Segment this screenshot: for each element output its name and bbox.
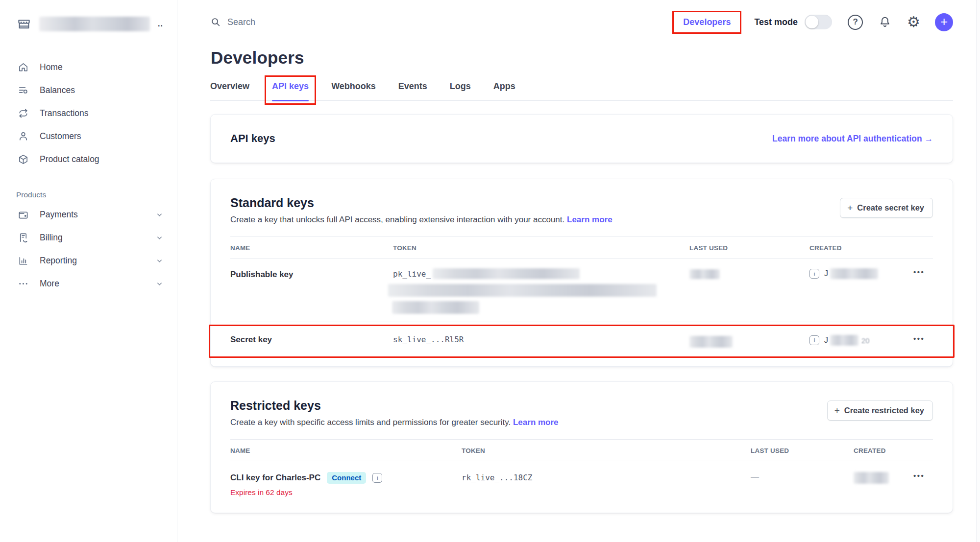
table-row-cli-key: CLI key for Charles-PC Connect i Expires… — [230, 461, 933, 502]
wallet-icon — [18, 209, 29, 220]
redacted-created-date — [830, 268, 878, 279]
redacted-created-date — [830, 335, 858, 346]
key-name: Publishable key — [230, 268, 393, 280]
col-last-used: LAST USED — [751, 447, 854, 454]
key-token: rk_live_...18CZ — [462, 472, 751, 482]
settings-button[interactable]: ⚙ — [907, 15, 920, 29]
create-secret-key-button[interactable]: + Create secret key — [840, 198, 933, 218]
sidebar-item-home[interactable]: Home — [0, 56, 177, 79]
help-icon: ? — [848, 15, 863, 30]
create-restricted-key-button[interactable]: + Create restricted key — [827, 401, 933, 421]
sidebar-item-payments[interactable]: Payments — [0, 203, 177, 226]
package-icon — [18, 154, 29, 165]
sidebar-item-transactions[interactable]: Transactions — [0, 102, 177, 125]
chevron-down-icon — [156, 234, 163, 241]
search-placeholder: Search — [227, 17, 255, 27]
tab-webhooks[interactable]: Webhooks — [331, 79, 376, 100]
active-tab-underline — [272, 100, 309, 101]
main-area: Search Developers Test mode ? — [178, 0, 980, 542]
sidebar-item-billing[interactable]: Billing — [0, 226, 177, 249]
search-input[interactable]: Search — [210, 17, 255, 27]
test-mode-toggle[interactable] — [805, 15, 832, 29]
created-cell: i J 20 — [809, 335, 913, 346]
restricted-keys-title: Restricted keys — [230, 399, 559, 413]
home-icon — [18, 62, 29, 73]
restricted-keys-description: Create a key with specific access limits… — [230, 418, 559, 427]
tab-events[interactable]: Events — [398, 79, 427, 100]
sidebar-item-balances[interactable]: Balances — [0, 79, 177, 102]
last-used-cell — [689, 268, 809, 279]
last-used-cell: — — [751, 472, 854, 482]
plus-icon: + — [847, 203, 853, 212]
api-keys-card-title: API keys — [230, 132, 275, 145]
sidebar-item-reporting[interactable]: Reporting — [0, 249, 177, 272]
tab-logs[interactable]: Logs — [450, 79, 471, 100]
redacted-account-name — [39, 17, 150, 31]
created-visible-text: J — [824, 336, 828, 345]
help-button[interactable]: ? — [848, 15, 863, 30]
toggle-knob — [806, 16, 818, 28]
tab-overview[interactable]: Overview — [210, 79, 249, 100]
restricted-keys-card: Restricted keys Create a key with specif… — [210, 381, 953, 513]
developers-nav-link[interactable]: Developers — [683, 17, 731, 27]
ellipsis-icon — [18, 278, 29, 289]
restricted-keys-learn-more-link[interactable]: Learn more — [513, 418, 559, 427]
learn-more-api-auth-link[interactable]: Learn more about API authentication → — [772, 134, 933, 144]
table-row-publishable-key: Publishable key pk_live_ i — [230, 259, 933, 322]
chevron-down-icon — [156, 211, 163, 218]
sidebar-item-customers[interactable]: Customers — [0, 125, 177, 148]
redacted-token-line-1 — [433, 268, 580, 279]
sidebar-item-product-catalog[interactable]: Product catalog — [0, 148, 177, 171]
info-icon[interactable]: i — [372, 473, 382, 483]
create-new-button[interactable]: + — [935, 13, 953, 31]
col-last-used: LAST USED — [689, 244, 809, 252]
scrollbar-track[interactable] — [976, 0, 980, 542]
stripe-dashboard: .. Home Balances — [0, 0, 980, 542]
chevron-down-icon — [156, 257, 163, 264]
key-name: Secret key — [230, 335, 393, 345]
connect-badge: Connect — [327, 472, 366, 484]
sidebar-section-products: Products — [16, 190, 177, 199]
row-overflow-menu[interactable]: ••• — [913, 335, 933, 342]
top-right-controls: Developers Test mode ? — [680, 13, 953, 31]
row-overflow-menu[interactable]: ••• — [913, 472, 933, 479]
transactions-icon — [18, 108, 29, 119]
top-bar: Search Developers Test mode ? — [210, 10, 953, 34]
gear-icon: ⚙ — [907, 15, 920, 29]
redacted-last-used — [689, 336, 733, 348]
customers-icon — [18, 131, 29, 142]
search-icon — [210, 17, 221, 27]
tab-bar: Overview API keys Webhooks Events Logs A… — [210, 79, 953, 101]
standard-keys-table-header: NAME TOKEN LAST USED CREATED — [230, 236, 933, 259]
chevron-down-icon — [156, 280, 163, 287]
account-switcher[interactable]: .. — [17, 15, 177, 33]
key-token: sk_live_...Rl5R — [393, 335, 689, 344]
tab-apps[interactable]: Apps — [493, 79, 515, 100]
bar-chart-icon — [18, 255, 29, 266]
expires-note: Expires in 62 days — [230, 488, 462, 497]
plus-icon: + — [940, 15, 948, 28]
info-icon[interactable]: i — [809, 335, 819, 345]
sidebar-nav: Home Balances — [0, 56, 177, 171]
page-title: Developers — [211, 48, 953, 68]
created-cell — [854, 472, 913, 484]
info-icon[interactable]: i — [809, 269, 819, 279]
balances-icon — [18, 85, 29, 96]
col-name: NAME — [230, 244, 393, 252]
tab-api-keys[interactable]: API keys — [272, 79, 309, 100]
sidebar-item-more[interactable]: More — [0, 272, 177, 295]
created-suffix: 20 — [861, 336, 870, 345]
row-overflow-menu[interactable]: ••• — [913, 268, 933, 276]
standard-keys-learn-more-link[interactable]: Learn more — [567, 215, 612, 224]
api-keys-card: API keys Learn more about API authentica… — [210, 114, 953, 163]
col-created: CREATED — [809, 244, 913, 252]
col-token: TOKEN — [393, 244, 689, 252]
created-visible-text: J — [824, 269, 828, 278]
restricted-keys-table-header: NAME TOKEN LAST USED CREATED — [230, 439, 933, 461]
standard-keys-card: Standard keys Create a key that unlocks … — [210, 179, 953, 367]
token-prefix: pk_live_ — [393, 269, 431, 279]
standard-keys-title: Standard keys — [230, 196, 612, 210]
redacted-token-line-2 — [388, 284, 657, 297]
notifications-button[interactable] — [879, 16, 891, 28]
col-created: CREATED — [854, 447, 913, 454]
